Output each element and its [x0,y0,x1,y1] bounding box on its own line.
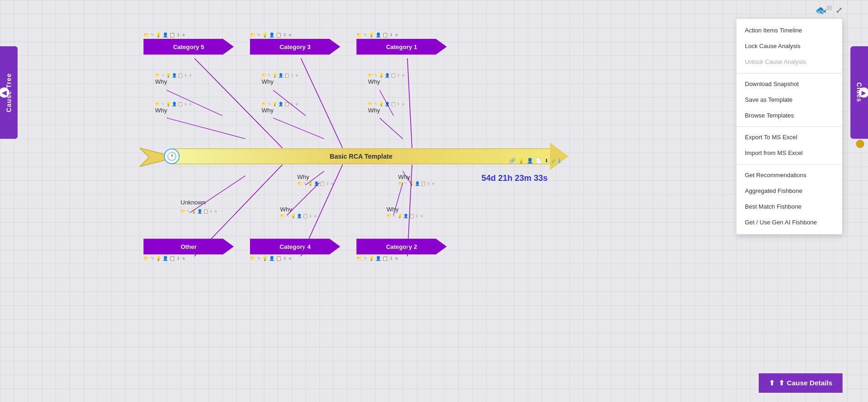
category-5-box[interactable]: Category 5 [144,39,234,55]
svg-line-3 [167,118,245,139]
category-2-label: Category 2 [386,243,417,250]
category-other-area: Other 📁✎💡👤📋⬇★ [144,239,234,261]
category-5-area: 📁✎💡👤📋⬇★ Category 5 [144,32,234,55]
svg-line-9 [380,118,403,139]
menu-best-match-fishbone[interactable]: Best Match Fishbone [737,199,842,215]
cause-details-label: ⬆ Cause Details [779,379,832,387]
menu-get-recommendations[interactable]: Get Recommendations [737,167,842,183]
why-area-cat2-2: Why 📁✎💡👤📋⬇★ [387,206,424,218]
menu-browse-templates[interactable]: Browse Templates [737,108,842,124]
sidebar-clues[interactable]: Clues ▶ [850,46,868,139]
why-label-cat4-2[interactable]: Why [280,206,317,213]
menu-download-snapshot[interactable]: Download Snapshot [737,76,842,92]
why-label-cat1-2[interactable]: Why [368,107,405,114]
unknown-icon-row: 📁✎💡👤📋⬇★ [181,209,218,214]
cat4-icon-row-bottom: 📁✎💡👤📋⬇★ [250,256,340,261]
spine-arrowhead [550,142,568,170]
category-4-box[interactable]: Category 4 [250,239,340,254]
category-4-label: Category 4 [280,243,311,250]
spine-label: Basic RCA Template [330,153,392,160]
why-label-cat3-2[interactable]: Why [262,107,299,114]
category-other-label: Other [181,243,197,250]
category-1-label: Category 1 [386,43,417,50]
svg-line-11 [190,176,245,213]
timer-icon: 🕐 [164,148,180,164]
why-area-cat1-2: 📁✎💡👤📋⬇★ Why [368,102,405,114]
why-area-cat1-1: 📁✎💡👤📋⬇★ Why [368,73,405,85]
why-area-cat3-2: 📁✎💡👤📋⬇★ Why [262,102,299,114]
category-4-area: Category 4 📁✎💡👤📋⬇★ [250,239,340,261]
category-2-area: Category 2 📁✎💡👤📋⬇★ [356,239,447,261]
fishbone-diagram: Basic RCA Template 🔗 💡 👤 📄 ⬇ ✓ ℹ 🕐 54d 2… [23,14,671,291]
why-label-cat5-2[interactable]: Why [155,107,192,114]
why-label-cat2-2[interactable]: Why [387,206,424,213]
sidebar-cause-tree[interactable]: Cause Tree ◀ [0,46,18,139]
why-area-cat3-1: 📁✎💡👤📋⬇★ Why [262,73,299,85]
menu-unlock-cause-analysis[interactable]: Unlock Cause Analysis [737,54,842,70]
dropdown-menu: Action Items Timeline Lock Cause Analysi… [736,19,843,235]
unknown-label[interactable]: Unknown [181,199,206,206]
dropdown-divider-1 [737,73,842,74]
compress-icon-btn[interactable]: ⤢ [836,5,843,15]
category-1-area: 📁✎💡👤📋⬇★ Category 1 [356,32,447,55]
menu-import-excel[interactable]: Import from MS Excel [737,145,842,161]
why-area-cat5-1: 📁✎💡👤📋⬇★ Why [155,73,192,85]
timer-countdown: 54d 21h 23m 33s [481,173,548,183]
cat2-icon-row-bottom: 📁✎💡👤📋⬇★ [356,256,447,261]
spine: Basic RCA Template [171,148,551,164]
cause-details-arrow-icon: ⬆ [769,379,775,387]
why-label-cat2-1[interactable]: Why [398,173,435,180]
category-2-box[interactable]: Category 2 [356,239,447,254]
spine-icon-info[interactable]: ℹ [558,158,561,165]
category-3-box[interactable]: Category 3 [250,39,340,55]
svg-line-4 [301,58,343,148]
cat5-icon-row-top: 📁✎💡👤📋⬇★ [144,32,234,37]
menu-aggregated-fishbone[interactable]: Aggregated Fishbone [737,183,842,199]
menu-lock-cause-analysis[interactable]: Lock Cause Analysis [737,38,842,54]
why-area-cat5-2: 📁✎💡👤📋⬇★ Why [155,102,192,114]
svg-line-6 [273,118,324,139]
why-label-cat5-1[interactable]: Why [155,78,192,85]
svg-line-7 [407,58,412,148]
why-label-cat3-1[interactable]: Why [262,78,299,85]
dropdown-divider-3 [737,164,842,165]
fishbone-icon-btn[interactable]: 🐟|||| [815,5,832,16]
category-5-label: Category 5 [173,43,204,50]
spine-icon-row: 🔗 💡 👤 📄 ⬇ ✓ ℹ [509,158,561,165]
menu-gen-ai-fishbone[interactable]: Get / Use Gen AI Fishbone [737,215,842,230]
menu-save-as-template[interactable]: Save as Template [737,92,842,108]
spine-icon-doc[interactable]: 📄 [536,158,542,165]
cat3-icon-row-top: 📁✎💡👤📋⬇★ [250,32,340,37]
menu-export-excel[interactable]: Export To MS Excel [737,130,842,145]
why-area-cat4-2: Why 📁✎💡👤📋⬇★ [280,206,317,218]
why-label-cat4-1[interactable]: Why [297,173,334,180]
why-area-cat4-1: Why 📁✎💡👤📋⬇★ [297,173,334,186]
spine-icon-bulb[interactable]: 💡 [518,158,525,165]
sidebar-right-arrow: ▶ [859,87,868,98]
clues-badge [856,140,864,148]
menu-action-items-timeline[interactable]: Action Items Timeline [737,23,842,38]
spine-icon-down[interactable]: ⬇ [544,158,549,165]
other-icon-row-bottom: 📁✎💡👤📋⬇★ [144,256,234,261]
spine-icon-user[interactable]: 👤 [527,158,533,165]
cause-details-button[interactable]: ⬆ ⬆ Cause Details [759,373,843,393]
why-area-cat2-1: Why 📁✎💡👤📋⬇★ [398,173,435,186]
spine-icon-check[interactable]: ✓ [551,158,556,165]
cat1-icon-row-top: 📁✎💡👤📋⬇★ [356,32,447,37]
why-label-cat1-1[interactable]: Why [368,78,405,85]
spine-icon-link[interactable]: 🔗 [509,158,516,165]
category-3-area: 📁✎💡👤📋⬇★ Category 3 [250,32,340,55]
toolbar: 🐟|||| ⤢ [815,5,843,16]
dropdown-divider-2 [737,126,842,127]
category-3-label: Category 3 [280,43,311,50]
category-other-box[interactable]: Other [144,239,234,254]
category-1-box[interactable]: Category 1 [356,39,447,55]
